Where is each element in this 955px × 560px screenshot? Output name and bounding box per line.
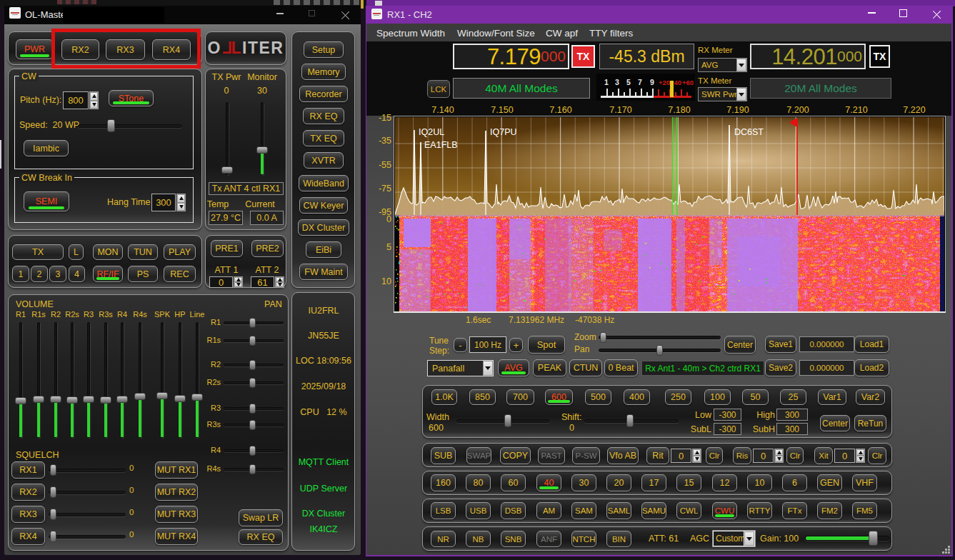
svg-text:DC6ST: DC6ST — [734, 127, 764, 137]
svg-text:IQ2UL: IQ2UL — [419, 127, 444, 137]
svg-text:EA1FLB: EA1FLB — [424, 140, 458, 150]
svg-text:IQ7PU: IQ7PU — [490, 127, 517, 137]
